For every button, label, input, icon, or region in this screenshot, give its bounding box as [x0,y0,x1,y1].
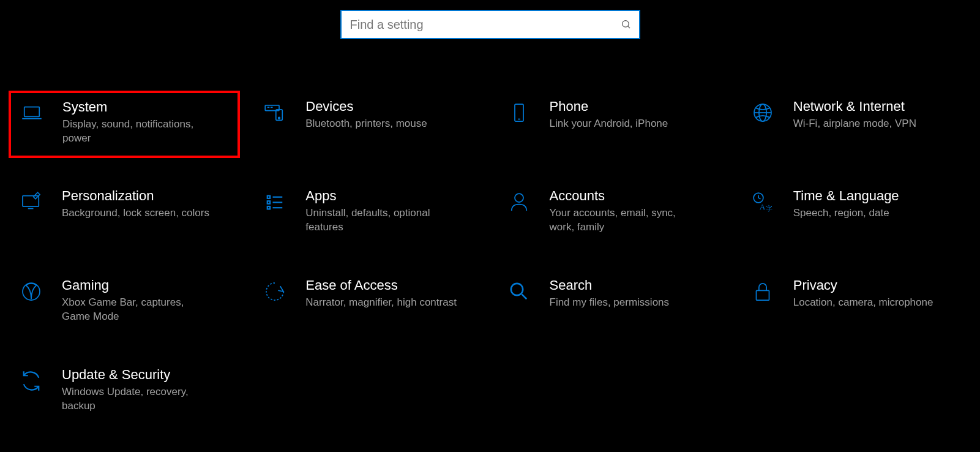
ease-of-access-icon [260,279,290,304]
tile-title: Personalization [62,188,232,204]
tile-title: Time & Language [793,188,963,204]
tile-search[interactable]: Search Find my files, permissions [496,269,728,337]
tile-desc: Bluetooth, printers, mouse [305,117,458,131]
tile-desc: Display, sound, notifications, power [62,118,215,146]
settings-grid: System Display, sound, notifications, po… [9,91,971,426]
tile-devices[interactable]: Devices Bluetooth, printers, mouse [252,91,484,158]
svg-line-25 [758,198,761,199]
globe-icon [748,100,777,126]
tile-gaming[interactable]: Gaming Xbox Game Bar, captures, Game Mod… [9,269,240,337]
svg-point-22 [515,194,523,202]
svg-text:A: A [760,202,766,211]
tile-title: Phone [550,99,720,115]
xbox-icon [17,279,46,304]
svg-point-6 [279,117,280,119]
tile-desc: Find my files, permissions [550,296,703,310]
apps-icon [260,189,290,215]
tile-system[interactable]: System Display, sound, notifications, po… [9,91,240,158]
tile-desc: Wi-Fi, airplane mode, VPN [793,117,946,131]
lock-icon [748,279,777,304]
personalization-icon [17,189,46,215]
devices-icon [260,100,290,126]
tile-desc: Narrator, magnifier, high contrast [305,296,458,310]
tile-apps[interactable]: Apps Uninstall, defaults, optional featu… [252,180,484,247]
tile-title: Network & Internet [793,99,963,115]
phone-icon [504,100,534,126]
svg-rect-16 [267,196,270,198]
time-language-icon: A 字 [748,189,777,215]
tile-title: Devices [305,99,476,115]
tile-title: Ease of Access [305,277,476,293]
search-container [340,10,640,39]
tile-desc: Background, lock screen, colors [62,206,215,220]
svg-point-29 [511,284,522,295]
tile-title: Accounts [550,188,720,204]
tile-title: Update & Security [62,367,232,383]
update-icon [17,368,46,394]
svg-text:字: 字 [766,205,772,212]
tile-desc: Location, camera, microphone [793,296,946,310]
tile-personalization[interactable]: Personalization Background, lock screen,… [9,180,240,247]
tile-title: Gaming [62,277,232,293]
tile-accounts[interactable]: Accounts Your accounts, email, sync, wor… [496,180,728,247]
tile-time-language[interactable]: A 字 Time & Language Speech, region, date [740,180,971,247]
tile-update-security[interactable]: Update & Security Windows Update, recove… [9,359,240,426]
tile-desc: Windows Update, recovery, backup [62,385,215,413]
svg-rect-18 [267,201,270,203]
svg-line-30 [522,294,526,299]
tile-desc: Link your Android, iPhone [550,117,703,131]
person-icon [504,189,534,215]
tile-desc: Uninstall, defaults, optional features [305,206,458,235]
tile-title: Privacy [793,277,963,293]
tile-title: System [62,99,231,115]
laptop-icon [17,100,47,126]
tile-ease-of-access[interactable]: Ease of Access Narrator, magnifier, high… [252,269,484,337]
magnifier-icon [504,279,534,304]
tile-desc: Speech, region, date [793,206,946,220]
tile-privacy[interactable]: Privacy Location, camera, microphone [740,269,971,337]
tile-network[interactable]: Network & Internet Wi-Fi, airplane mode,… [740,91,971,158]
tile-desc: Xbox Game Bar, captures, Game Mode [62,296,215,324]
svg-rect-14 [23,196,39,207]
tile-phone[interactable]: Phone Link your Android, iPhone [496,91,728,158]
tile-title: Search [550,277,720,293]
svg-rect-2 [24,107,40,117]
svg-rect-31 [756,290,769,300]
tile-title: Apps [305,188,476,204]
search-input[interactable] [340,10,640,39]
tile-desc: Your accounts, email, sync, work, family [550,206,703,235]
svg-rect-20 [267,206,270,209]
